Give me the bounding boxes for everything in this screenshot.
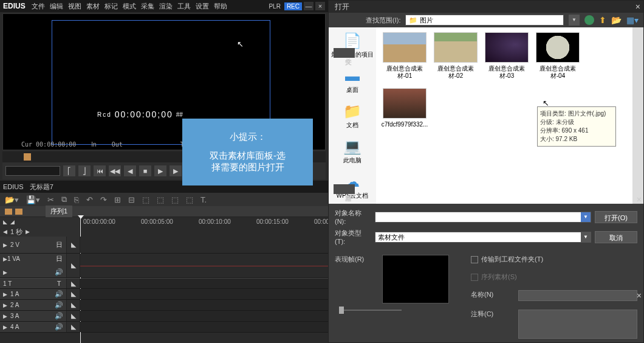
file-item-03[interactable]: 鹿创意合成素材-03 [483, 32, 530, 80]
document-title: 无标题7 [30, 182, 53, 192]
video-icon[interactable]: 日 [55, 240, 63, 249]
sidebar-tab-library[interactable]: 素材库 [334, 184, 355, 194]
track-4a: ▶4 A🔊 ◣ [0, 322, 328, 333]
file-item-04[interactable]: 鹿创意合成素材-04 [534, 32, 581, 80]
menu-view[interactable]: 视图 [68, 2, 81, 11]
play-button[interactable]: ▶ [154, 165, 166, 176]
back-icon[interactable] [584, 15, 594, 25]
copy-to-project-checkbox[interactable] [471, 256, 478, 263]
cursor-icon: ↖ [543, 99, 549, 108]
speaker-icon[interactable]: 🔊 [55, 301, 63, 309]
sequence-tab[interactable]: 序列1 [46, 206, 72, 217]
tool-text-icon[interactable]: T. [200, 195, 207, 204]
desktop-icon: ▬ [345, 68, 360, 85]
object-type-label: 对象类型(T): [335, 229, 371, 245]
tool-cut-icon[interactable]: ✂ [47, 195, 54, 204]
up-icon[interactable]: ⬆ [599, 15, 606, 25]
stop-button[interactable]: ■ [139, 165, 151, 176]
new-folder-icon[interactable]: 📂 [611, 15, 622, 25]
computer-icon: 💻 [343, 138, 361, 155]
tool-open-icon[interactable]: 📂▾ [5, 195, 19, 204]
video-icon[interactable]: 日 [55, 254, 63, 263]
tool-b-icon[interactable]: ⬚ [157, 195, 164, 204]
menu-capture[interactable]: 采集 [141, 2, 154, 11]
open-dialog: 打开 × 文件夹 素材库 查找范围(I): 📁 图片 ▼ ⬆ 📂 ▦▾ 📄最近使… [328, 0, 644, 343]
scrollbar[interactable] [632, 27, 643, 204]
menu-clip[interactable]: 素材 [86, 2, 100, 11]
tool-split-icon[interactable]: ⊟ [128, 195, 135, 204]
documents-icon: 📁 [343, 103, 361, 120]
file-item-01[interactable]: 鹿创意合成素材-01 [381, 32, 428, 80]
view-icon[interactable]: ▦▾ [626, 15, 639, 25]
time-ruler[interactable]: 00:00:00:00 00:00:05:00 00:00:10:00 00:0… [80, 217, 328, 237]
panel-close-icon[interactable]: × [637, 195, 642, 204]
seq-mark-1[interactable] [5, 209, 12, 215]
zoom-slider[interactable] [341, 310, 402, 311]
menu-mark[interactable]: 标记 [104, 2, 118, 11]
tool-paste-icon[interactable]: ⎘ [74, 195, 79, 204]
tool-save-icon[interactable]: 💾▾ [26, 195, 40, 204]
name-label: 名称(N) [471, 290, 513, 299]
thumbnail [485, 32, 529, 63]
open-button[interactable]: 打开(O) [595, 211, 637, 223]
menu-tools[interactable]: 工具 [177, 2, 191, 11]
seq-mark-2[interactable] [15, 209, 22, 215]
menu-file[interactable]: 文件 [32, 2, 45, 11]
step-fwd-button[interactable]: ▶ [170, 165, 182, 176]
tool-undo-icon[interactable]: ↶ [86, 195, 93, 204]
close-button[interactable]: × [315, 2, 325, 10]
menu-settings[interactable]: 设置 [196, 2, 209, 11]
place-thispc[interactable]: 💻此电脑 [343, 138, 361, 165]
cancel-button[interactable]: 取消 [595, 231, 637, 243]
speaker-icon[interactable]: 🔊 [55, 323, 63, 331]
minimize-button[interactable]: — [304, 2, 313, 10]
menu-mode[interactable]: 模式 [123, 2, 136, 11]
search-input[interactable] [5, 166, 60, 176]
file-item-05[interactable]: c7fdcf9979f332... [381, 88, 428, 128]
thumbnail [434, 32, 478, 63]
folder-select[interactable]: 📁 图片 [405, 15, 564, 26]
menu-help[interactable]: 帮助 [214, 2, 227, 11]
panel-close-icon-2[interactable]: × [637, 291, 642, 300]
step-back-button[interactable]: ◀ [124, 165, 136, 176]
mark-in-button[interactable]: ⎡ [63, 165, 75, 176]
folder-icon: 📁 [409, 16, 417, 24]
close-icon[interactable]: × [635, 2, 640, 12]
menu-render[interactable]: 渲染 [159, 2, 173, 11]
mark-out-button[interactable]: ⎦ [78, 165, 91, 176]
zoom-in-icon[interactable]: ▶ [26, 229, 30, 235]
object-type-select[interactable]: 素材文件▼ [375, 232, 591, 243]
preview-times: Cur 00:00:00;00 In Out Ttl [21, 141, 191, 148]
renderframe-label: 表现帧(R) [335, 255, 377, 264]
cursor-icon: ↖ [237, 40, 244, 49]
title-icon[interactable]: T [55, 280, 63, 287]
speaker-icon[interactable]: 🔊 [55, 312, 63, 320]
object-name-input[interactable]: ▼ [375, 212, 591, 223]
speaker-icon[interactable]: 🔊 [55, 290, 63, 298]
menu-edit[interactable]: 编辑 [50, 2, 63, 11]
tool-group-icon[interactable]: ⊞ [114, 195, 121, 204]
file-item-02[interactable]: 鹿创意合成素材-02 [432, 32, 479, 80]
tool-copy-icon[interactable]: ⧉ [61, 195, 67, 204]
tool-d-icon[interactable]: ⬚ [186, 195, 193, 204]
timeline-ruler: ◣◢ ◀1 秒▶ 00:00:00:00 00:00:05:00 00:00:1… [0, 217, 328, 237]
main-menu: 文件 编辑 视图 素材 标记 模式 采集 渲染 工具 设置 帮助 [32, 2, 227, 11]
tool-redo-icon[interactable]: ↷ [100, 195, 107, 204]
goto-start-button[interactable]: ⏮ [94, 165, 106, 176]
place-documents[interactable]: 📁文档 [343, 103, 361, 130]
import-options: 表现帧(R) 传输到工程文件夹(T) 序列素材(S) 名称(N) 注释(C) 显… [329, 250, 643, 343]
folder-dropdown-icon[interactable]: ▼ [569, 15, 580, 26]
name-input[interactable] [518, 290, 637, 301]
place-desktop[interactable]: ▬桌面 [345, 68, 360, 94]
time-scale-label: 1 秒 [10, 227, 22, 237]
scrubber-mark[interactable] [24, 153, 31, 161]
rewind-button[interactable]: ◀◀ [109, 165, 121, 176]
tool-a-icon[interactable]: ⬚ [142, 195, 149, 204]
zoom-out-icon[interactable]: ◀ [3, 229, 7, 235]
speaker-icon[interactable]: 🔊 [55, 268, 63, 276]
thumbnail [536, 32, 580, 63]
note-textarea[interactable] [518, 310, 637, 339]
tool-c-icon[interactable]: ⬚ [171, 195, 179, 204]
rec-badge: REC [284, 2, 302, 10]
sidebar-tab-folders[interactable]: 文件夹 [334, 48, 355, 58]
